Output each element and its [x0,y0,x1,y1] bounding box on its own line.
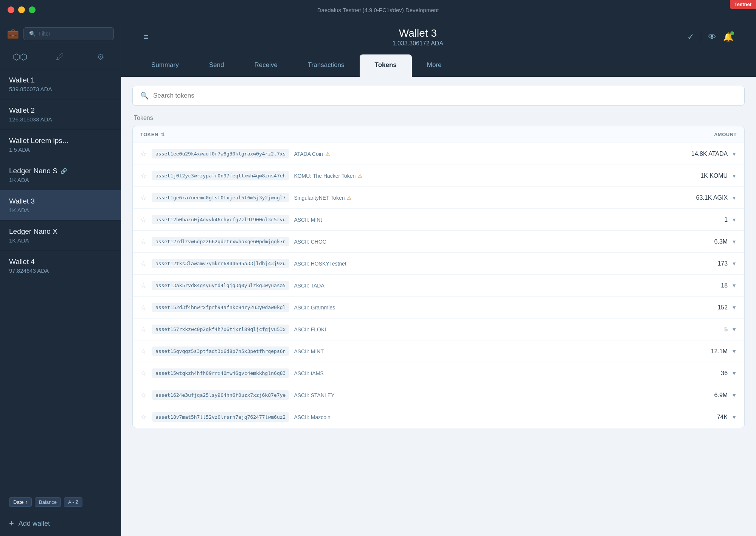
wallet-list: Wallet 1 539.856073 ADA Wallet 2 126.315… [0,69,121,494]
sort-balance-button[interactable]: Balance [35,497,61,507]
token-name: ASCII: TADA [294,283,324,289]
token-row[interactable]: ☆ asset1ee0u29k4xwauf0r7w8g30klgraxw0y4r… [133,143,744,165]
header-actions: ✓ 👁 🔔 [687,32,733,42]
chevron-down-icon[interactable]: ▼ [731,414,737,420]
wallet-4-name: Wallet 4 [9,258,112,266]
token-favorite-star[interactable]: ☆ [140,194,146,202]
wallet-2-balance: 126.315033 ADA [9,116,112,123]
chevron-down-icon[interactable]: ▼ [731,261,737,267]
wallet-4-balance: 97.824643 ADA [9,267,112,274]
token-favorite-star[interactable]: ☆ [140,259,146,268]
nav-item-staking[interactable]: 🖊 [40,47,80,67]
token-asset-id: asset13ak5rvd84gsyuytd4lgjq3g0yulzkg3wyu… [152,281,289,290]
nav-item-wallets[interactable]: ⬡⬡ [0,47,40,67]
token-row[interactable]: ☆ asset12tks3lawamv7ymkrr6844695a33jldhj… [133,253,744,275]
tokens-table: TOKEN ⇅ AMOUNT ☆ asset1ee0u29k4xwauf0r7w… [132,126,745,428]
token-favorite-star[interactable]: ☆ [140,413,146,421]
token-row[interactable]: ☆ asset1j0t2yc3wrzypafr0n97feqttxwh4qw8z… [133,165,744,187]
sidebar-item-wallet-3[interactable]: Wallet 3 1K ADA [0,190,121,221]
token-favorite-star[interactable]: ☆ [140,238,146,246]
token-row[interactable]: ☆ asset12h0hazu0j4dvvk46rhycfg7zl9t900nl… [133,209,744,231]
token-row[interactable]: ☆ asset13ak5rvd84gsyuytd4lgjq3g0yulzkg3w… [133,275,744,297]
token-favorite-star[interactable]: ☆ [140,172,146,180]
wallet-3-name: Wallet 3 [9,197,112,205]
wallet-2-name: Wallet 2 [9,106,112,115]
chevron-down-icon[interactable]: ▼ [731,195,737,201]
tab-transactions[interactable]: Transactions [293,54,360,77]
token-name: ATADA Coin ⚠ [294,151,330,157]
chevron-down-icon[interactable]: ▼ [731,348,737,354]
chevron-down-icon[interactable]: ▼ [731,239,737,245]
close-button[interactable] [8,6,14,13]
token-favorite-star[interactable]: ☆ [140,391,146,399]
token-row[interactable]: ☆ asset12rdlzvw6dp2z662qdetrxwhaxqe60pdm… [133,231,744,253]
token-row[interactable]: ☆ asset1ge6ra7ueemu0gtst0txjeal5t6m5j3y2… [133,187,744,209]
chevron-down-icon[interactable]: ▼ [731,151,737,157]
sidebar-item-wallet-2[interactable]: Wallet 2 126.315033 ADA [0,99,121,130]
search-tokens-icon: 🔍 [140,92,149,100]
chevron-down-icon[interactable]: ▼ [731,370,737,376]
token-amount-cell: 173 ▼ [669,260,737,267]
token-amount: 6.3M [714,238,728,245]
wallet-lorem-balance: 1.5 ADA [9,146,112,153]
tab-receive[interactable]: Receive [239,54,292,77]
token-amount: 5 [724,326,728,333]
eye-icon[interactable]: 👁 [708,32,716,42]
tab-summary[interactable]: Summary [136,54,194,77]
token-asset-id: asset1624e3ufjqa25lsy904hn6f0uzx7xzj6k87… [152,390,289,400]
maximize-button[interactable] [29,6,36,13]
search-tokens-bar[interactable]: 🔍 [132,86,745,106]
token-name: ASCII: CHOC [294,239,326,245]
tokens-table-header: TOKEN ⇅ AMOUNT [133,126,744,143]
sidebar: 💼 🔍 Filter ⬡⬡ 🖊 ⚙ Wallet 1 539.856073 AD… [0,20,121,536]
token-favorite-star[interactable]: ☆ [140,281,146,290]
sort-date-button[interactable]: Date ↑ [9,497,32,507]
token-asset-id: asset18v7mat5h7ll52vz0lrsrn7ejq762477lwm… [152,412,289,422]
token-amount: 1K KOMU [700,172,728,179]
token-favorite-star[interactable]: ☆ [140,325,146,334]
chevron-down-icon[interactable]: ▼ [731,217,737,223]
minimize-button[interactable] [18,6,25,13]
token-row[interactable]: ☆ asset18v7mat5h7ll52vz0lrsrn7ejq762477l… [133,406,744,428]
sidebar-item-wallet-1[interactable]: Wallet 1 539.856073 ADA [0,69,121,99]
token-favorite-star[interactable]: ☆ [140,216,146,224]
wallet-header-name: Wallet 3 [393,27,443,39]
tab-more[interactable]: More [412,54,457,77]
tab-tokens[interactable]: Tokens [360,54,412,77]
token-row[interactable]: ☆ asset152d3f4hnwrxfprh94afnkc94ry2u3y0d… [133,297,744,318]
token-favorite-star[interactable]: ☆ [140,347,146,356]
tab-send[interactable]: Send [194,54,239,77]
sidebar-item-wallet-4[interactable]: Wallet 4 97.824643 ADA [0,251,121,281]
chevron-down-icon[interactable]: ▼ [731,392,737,398]
token-favorite-star[interactable]: ☆ [140,150,146,158]
sync-icon[interactable]: ✓ [687,32,694,42]
main-content: ≡ Wallet 3 1,033.306172 ADA ✓ 👁 🔔 Summar… [121,20,756,536]
hamburger-menu[interactable]: ≡ [144,32,149,42]
sidebar-item-wallet-lorem[interactable]: Wallet Lorem ips... 1.5 ADA [0,130,121,160]
token-row[interactable]: ☆ asset157rxkzwc0p2qkf4h7x6tjxrl89qljcfg… [133,318,744,340]
search-tokens-input[interactable] [153,92,737,99]
token-asset-id: asset15gvggz5s3ptfadt3x6d8p7n5x3petfhrqe… [152,346,289,356]
chevron-down-icon[interactable]: ▼ [731,305,737,311]
notification-button[interactable]: 🔔 [723,32,733,42]
chevron-down-icon[interactable]: ▼ [731,283,737,289]
filter-input[interactable]: 🔍 Filter [23,27,114,40]
chevron-down-icon[interactable]: ▼ [731,173,737,179]
add-wallet-button[interactable]: + Add wallet [0,511,121,536]
token-favorite-star[interactable]: ☆ [140,369,146,378]
token-asset-id: asset15wtqkzh4hfh09rrx40mw46gvc4emkkhgln… [152,368,289,378]
sidebar-item-ledger-nano-x[interactable]: Ledger Nano X 1K ADA [0,221,121,251]
token-row[interactable]: ☆ asset15gvggz5s3ptfadt3x6d8p7n5x3petfhr… [133,340,744,362]
settings-icon: ⚙ [97,52,104,62]
token-row[interactable]: ☆ asset15wtqkzh4hfh09rrx40mw46gvc4emkkhg… [133,362,744,384]
sort-az-button[interactable]: A - Z [64,497,82,507]
chevron-down-icon[interactable]: ▼ [731,326,737,332]
window-controls [8,6,36,13]
token-row[interactable]: ☆ asset1624e3ufjqa25lsy904hn6f0uzx7xzj6k… [133,384,744,406]
nav-item-settings[interactable]: ⚙ [81,47,121,67]
sidebar-item-ledger-nano-s[interactable]: Ledger Nano S 🔗 1K ADA [0,160,121,190]
token-favorite-star[interactable]: ☆ [140,303,146,312]
token-info: asset157rxkzwc0p2qkf4h7x6tjxrl89qljcfgjv… [152,325,669,334]
token-amount-cell: 6.9M ▼ [669,392,737,399]
ledger-s-balance: 1K ADA [9,177,112,183]
